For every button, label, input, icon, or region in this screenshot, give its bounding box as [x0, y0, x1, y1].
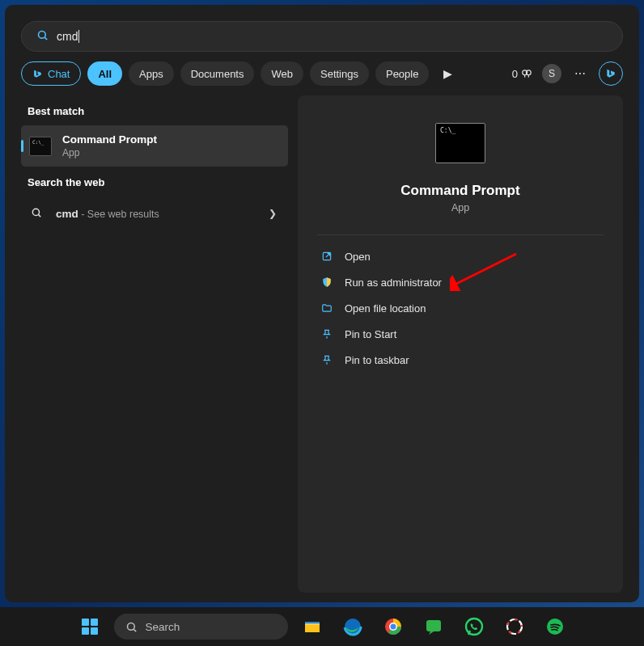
bing-icon	[605, 68, 616, 79]
search-icon	[36, 29, 49, 44]
filter-row: Chat All Apps Documents Web Settings Peo…	[21, 61, 623, 86]
taskbar-search[interactable]: Search	[114, 614, 288, 640]
user-avatar[interactable]: S	[542, 64, 561, 83]
app-actions: Open Run as administrator Open file loca…	[317, 243, 604, 373]
more-filters-scroll[interactable]: ▶	[435, 61, 460, 86]
svg-point-16	[390, 624, 396, 630]
app-icon-large	[435, 123, 485, 163]
svg-line-1	[44, 37, 47, 40]
results-body: Best match Command Prompt App Search the…	[21, 95, 623, 593]
pin-icon	[320, 327, 333, 340]
svg-line-5	[39, 214, 41, 217]
svg-point-0	[39, 32, 46, 39]
run-as-admin-action[interactable]: Run as administrator	[317, 269, 604, 295]
chat-filter[interactable]: Chat	[21, 61, 81, 86]
whatsapp-icon[interactable]	[458, 610, 490, 643]
web-query-sub: - See web results	[78, 209, 159, 220]
app-icon[interactable]	[498, 610, 531, 643]
search-input-container[interactable]: cmd	[21, 21, 623, 52]
result-subtitle: App	[62, 147, 157, 158]
app-subtitle: App	[451, 202, 469, 213]
svg-point-4	[32, 209, 39, 215]
spotify-icon[interactable]	[539, 610, 571, 643]
open-file-location-action[interactable]: Open file location	[317, 295, 604, 321]
shield-icon	[320, 276, 333, 289]
pin-to-start-action[interactable]: Pin to Start	[317, 321, 604, 347]
svg-rect-17	[426, 620, 441, 631]
apps-filter[interactable]: Apps	[129, 61, 174, 86]
start-button[interactable]	[74, 610, 106, 643]
chevron-right-icon: ❯	[269, 208, 280, 219]
documents-filter[interactable]: Documents	[180, 61, 255, 86]
rewards-counter[interactable]: 0	[509, 68, 536, 80]
preview-panel: Command Prompt App Open Run as administr…	[298, 95, 623, 593]
search-web-header: Search the web	[21, 167, 288, 196]
open-action[interactable]: Open	[317, 243, 604, 269]
app-title: Command Prompt	[400, 183, 519, 199]
rewards-icon	[521, 68, 532, 79]
file-explorer-icon[interactable]	[296, 610, 328, 643]
chrome-icon[interactable]	[377, 610, 409, 643]
settings-filter[interactable]: Settings	[310, 61, 369, 86]
web-search-result[interactable]: cmd - See web results ❯	[21, 196, 288, 230]
folder-icon	[320, 302, 333, 315]
bing-chat-icon	[32, 69, 43, 79]
start-search-flyout: cmd Chat All Apps Documents Web Settings…	[5, 5, 639, 602]
search-icon	[125, 621, 138, 633]
open-icon	[320, 250, 333, 263]
windows-logo-icon	[82, 619, 98, 635]
pin-to-taskbar-action[interactable]: Pin to taskbar	[317, 347, 604, 373]
result-title: Command Prompt	[62, 133, 157, 146]
search-icon	[29, 207, 44, 221]
svg-point-8	[127, 623, 134, 630]
svg-rect-11	[305, 622, 320, 623]
bing-button[interactable]	[599, 61, 623, 86]
web-query: cmd	[56, 208, 78, 220]
taskbar-search-placeholder: Search	[146, 621, 180, 633]
pin-icon	[320, 353, 333, 366]
cmd-icon	[29, 137, 52, 156]
results-left-column: Best match Command Prompt App Search the…	[21, 95, 288, 593]
web-filter[interactable]: Web	[261, 61, 303, 86]
best-match-header: Best match	[21, 95, 288, 125]
svg-line-9	[133, 629, 136, 631]
edge-icon[interactable]	[337, 610, 369, 643]
more-options-icon[interactable]: ⋯	[568, 61, 592, 86]
all-filter[interactable]: All	[87, 61, 122, 86]
svg-rect-10	[305, 625, 320, 632]
people-filter[interactable]: People	[375, 61, 429, 86]
divider	[317, 234, 604, 235]
search-query-text: cmd	[57, 30, 79, 43]
taskbar: Search	[0, 607, 644, 646]
chat-app-icon[interactable]	[417, 610, 450, 643]
best-match-result[interactable]: Command Prompt App	[21, 125, 288, 167]
